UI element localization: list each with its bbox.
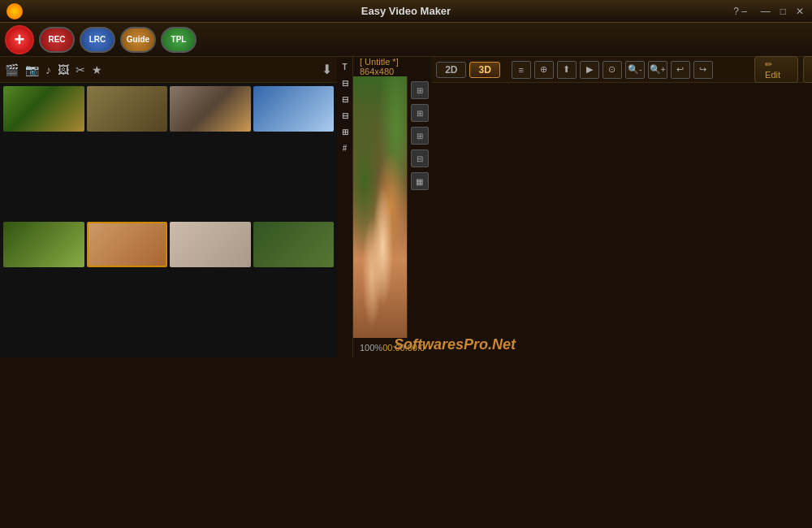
- media-thumb-6[interactable]: [87, 222, 168, 267]
- media-thumb-8[interactable]: [253, 222, 335, 267]
- text-tool[interactable]: T: [339, 60, 352, 73]
- grid-view-btn-1[interactable]: ⊞: [411, 81, 429, 99]
- timecode: 00:00:00.0: [382, 343, 425, 353]
- media-thumb-4[interactable]: [253, 86, 335, 132]
- tpl-button[interactable]: TPL: [161, 27, 197, 53]
- edit-icon[interactable]: ✂: [76, 63, 85, 76]
- main-toolbar: + REC LRC Guide TPL: [0, 23, 812, 57]
- effect-button[interactable]: ✦ Effect: [803, 56, 812, 83]
- align-center-tool[interactable]: ⊟: [339, 93, 352, 106]
- timeline-btn-7[interactable]: 🔍+: [648, 61, 667, 79]
- grid-view-btn-3[interactable]: ⊞: [411, 127, 429, 145]
- timeline-btn-6[interactable]: 🔍-: [625, 61, 645, 79]
- align-left-tool[interactable]: ⊟: [339, 76, 352, 89]
- minimize-button[interactable]: —: [758, 6, 774, 17]
- lrc-button[interactable]: LRC: [80, 27, 115, 53]
- timeline-btn-4[interactable]: ▶: [580, 61, 599, 79]
- grid-view-btn-4[interactable]: ⊟: [411, 149, 429, 167]
- left-panel: 🎬 📷 ♪ 🖼 ✂ ★ ⬇: [0, 57, 337, 357]
- grid-view-btn-2[interactable]: ⊞: [411, 104, 429, 122]
- media-thumb-2[interactable]: [87, 86, 168, 132]
- preview-background: y ZP z x: [353, 76, 407, 338]
- window-controls: — □ ✕: [758, 6, 807, 17]
- upper-section: 🎬 📷 ♪ 🖼 ✂ ★ ⬇ T ⊟ ⊟: [0, 57, 431, 357]
- media-thumb-3[interactable]: [170, 86, 251, 132]
- help-button[interactable]: ? –: [733, 6, 747, 17]
- preview-area[interactable]: y ZP z x ⊞ ⊞ ⊞ ⊟ ▦: [353, 76, 431, 338]
- media-toolbar: 🎬 📷 ♪ 🖼 ✂ ★ ⬇: [0, 57, 337, 83]
- tab-2d[interactable]: 2D: [436, 62, 466, 78]
- media-grid: [0, 83, 337, 357]
- camera-icon[interactable]: 📷: [25, 63, 39, 76]
- app-title: Easy Video Maker: [361, 5, 451, 17]
- edit-button[interactable]: ✏ Edit: [754, 56, 798, 83]
- project-info: [ Untitle *] 864x480: [360, 57, 425, 76]
- tab-3d[interactable]: 3D: [469, 62, 499, 78]
- timeline-btn-3[interactable]: ⬆: [557, 61, 577, 79]
- left-tools: T ⊟ ⊟ ⊟ ⊞ #: [337, 57, 353, 357]
- zoom-level: 100%: [360, 343, 382, 353]
- media-thumb-7[interactable]: [170, 222, 251, 267]
- rec-button[interactable]: REC: [39, 27, 75, 53]
- edit-bar: 2D 3D ≡ ⊕ ⬆ ▶ ⊙ 🔍- 🔍+ ↩ ↪ ✏ Edit ✦ Effec…: [431, 57, 812, 83]
- app-logo: [6, 3, 23, 19]
- maximize-button[interactable]: □: [777, 6, 789, 17]
- close-button[interactable]: ✕: [793, 6, 807, 17]
- download-button[interactable]: ⬇: [322, 62, 332, 77]
- title-bar: Easy Video Maker ? – — □ ✕: [0, 0, 812, 23]
- star-icon[interactable]: ★: [92, 63, 102, 76]
- add-button[interactable]: +: [5, 25, 34, 54]
- guide-button[interactable]: Guide: [120, 27, 156, 53]
- film-icon[interactable]: 🎬: [5, 63, 19, 76]
- media-thumb-1[interactable]: [3, 86, 84, 132]
- preview-header: [ Untitle *] 864x480: [353, 57, 431, 76]
- grid-view-btn-5[interactable]: ▦: [411, 172, 429, 190]
- align-right-tool[interactable]: ⊟: [339, 109, 352, 122]
- hash-tool[interactable]: #: [339, 141, 352, 154]
- grid-tool[interactable]: ⊞: [339, 125, 352, 138]
- preview-panel: [ Untitle *] 864x480: [353, 57, 431, 357]
- timeline-btn-9[interactable]: ↪: [693, 61, 713, 79]
- right-tools: ⊞ ⊞ ⊞ ⊟ ▦: [407, 76, 431, 338]
- preview-footer: 100% 00:00:00.0: [353, 338, 431, 357]
- timeline-btn-2[interactable]: ⊕: [534, 61, 554, 79]
- content-area: 🎬 📷 ♪ 🖼 ✂ ★ ⬇ T ⊟ ⊟: [0, 57, 812, 528]
- timeline-btn-1[interactable]: ≡: [512, 61, 531, 79]
- timeline-btn-8[interactable]: ↩: [671, 61, 690, 79]
- timeline-btn-5[interactable]: ⊙: [603, 61, 622, 79]
- music-icon[interactable]: ♪: [45, 63, 51, 76]
- image-icon[interactable]: 🖼: [58, 63, 69, 76]
- media-thumb-5[interactable]: [3, 222, 84, 267]
